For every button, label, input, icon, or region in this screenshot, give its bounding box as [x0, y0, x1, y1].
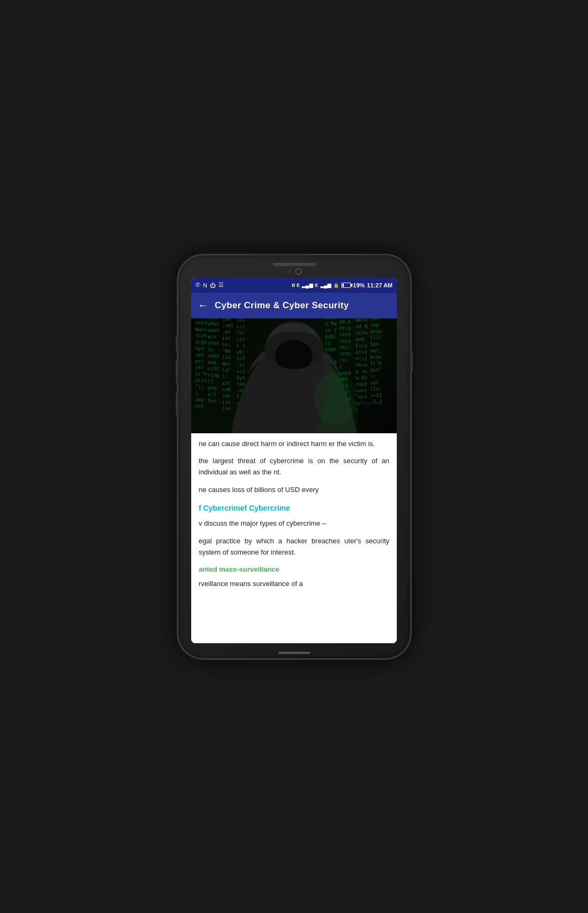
subsection1-text: egal practice by which a hacker breaches…: [199, 536, 389, 558]
microphone: [287, 269, 291, 274]
battery-fill: [342, 284, 344, 287]
camera-row: [287, 268, 302, 275]
content-area[interactable]: classvoidmain{intargsSysoutprintln("hell…: [191, 318, 397, 643]
speaker: [273, 263, 316, 266]
volume-down-button[interactable]: [176, 360, 178, 384]
section-intro: v discuss the major types of cybercrime …: [199, 518, 389, 529]
back-button[interactable]: ←: [198, 299, 208, 311]
subheading-surveillance: anted mass-surveillance: [199, 564, 389, 575]
section-heading-cybercrime: f Cybercrimef Cybercrime: [199, 502, 389, 514]
lock-icon: 🔒: [333, 283, 339, 288]
power-icon: ⏻: [210, 282, 216, 288]
subsection2-text: rveillance means surveillance of a: [199, 579, 389, 590]
time-display: 11:27 AM: [367, 282, 393, 288]
paragraph-3: ne causes loss of billions of USD every: [199, 485, 389, 496]
signal-bars-1: ▂▄▆: [302, 283, 312, 288]
power-button[interactable]: [410, 352, 413, 373]
svg-point-3: [314, 372, 357, 425]
status-right-info: B E ▂▄▆ E ▂▄▆ 🔒 19% 11:27 AM: [292, 282, 393, 288]
status-left-icons: ✆ N ⏻ ☰: [195, 282, 224, 288]
front-camera: [295, 268, 302, 275]
camera-button[interactable]: [176, 392, 178, 416]
hacker-background: classvoidmain{intargsSysoutprintln("hell…: [191, 318, 397, 433]
phone-device: ✆ N ⏻ ☰ B E ▂▄▆ E ▂▄▆ 🔒 19% 11:27 AM ← C…: [177, 254, 412, 660]
call-icon: ✆: [195, 282, 200, 288]
app-title: Cyber Crime & Cyber Security: [215, 300, 349, 311]
home-bar: [278, 652, 310, 654]
app-bar: ← Cyber Crime & Cyber Security: [191, 293, 397, 318]
article-body: ne can cause direct harm or indirect har…: [191, 433, 397, 602]
network-e-icon: E: [315, 283, 318, 288]
volume-up-button[interactable]: [176, 335, 178, 352]
phone-screen: ✆ N ⏻ ☰ B E ▂▄▆ E ▂▄▆ 🔒 19% 11:27 AM ← C…: [191, 278, 397, 643]
hero-image: classvoidmain{intargsSysoutprintln("hell…: [191, 318, 397, 433]
notification-icon: N: [203, 282, 207, 288]
signal-bars-2: ▂▄▆: [320, 283, 331, 288]
status-bar: ✆ N ⏻ ☰ B E ▂▄▆ E ▂▄▆ 🔒 19% 11:27 AM: [191, 278, 397, 293]
battery-icon: [341, 283, 351, 288]
clipboard-icon: ☰: [218, 282, 224, 288]
paragraph-2: the largest threat of cybercrime is on t…: [199, 456, 389, 478]
network-b-icon: B E: [292, 283, 300, 288]
paragraph-1: ne can cause direct harm or indirect har…: [199, 439, 389, 450]
hacker-svg: [191, 318, 397, 433]
battery-percent: 19%: [353, 282, 365, 288]
